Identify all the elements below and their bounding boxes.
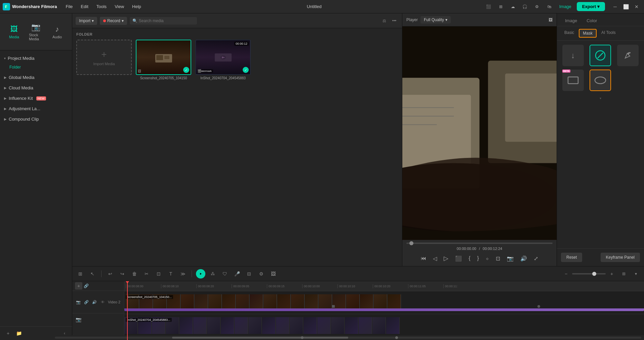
reset-button[interactable]: Reset xyxy=(561,253,582,262)
filter-icon[interactable]: ⚖ xyxy=(380,16,389,25)
track-v1-camera-icon[interactable]: 📷 xyxy=(75,316,82,323)
menu-view[interactable]: View xyxy=(111,3,127,10)
grid-view-button[interactable]: ⊞ xyxy=(619,269,629,279)
import-button[interactable]: Import ▾ xyxy=(76,17,97,25)
record-button[interactable]: Record ▾ xyxy=(100,17,127,25)
pen-mask-button[interactable] xyxy=(617,45,639,66)
screenshot-thumb[interactable]: ✓ 🖼 xyxy=(136,40,191,75)
step-back-button[interactable]: ◁ xyxy=(432,254,438,263)
track-link-icon[interactable]: 🔗 xyxy=(83,299,90,305)
sticker-tl-button[interactable]: 🖼 xyxy=(269,269,278,279)
snapshot-button[interactable]: 📷 xyxy=(506,254,515,263)
subtab-mask[interactable]: Mask xyxy=(579,29,597,38)
timeline-main[interactable]: 00:00:08:00 00:00:08:10 00:00:08:20 00:0… xyxy=(124,281,644,340)
download-mask-button[interactable]: ↓ xyxy=(562,45,584,66)
track-audio-icon[interactable]: 🔊 xyxy=(91,299,98,305)
grid-options-button[interactable]: ▾ xyxy=(631,269,641,279)
zoom-in-button[interactable]: + xyxy=(607,269,616,279)
redo-button[interactable]: ↪ xyxy=(118,269,127,279)
scrollbar-track[interactable] xyxy=(72,337,641,339)
play-button[interactable]: ▷ xyxy=(442,253,450,263)
video1-clip[interactable]: InShot_20240704_204545883... xyxy=(124,317,644,334)
out-point-button[interactable]: } xyxy=(476,254,480,263)
tab-audio[interactable]: ♪ Audio xyxy=(47,22,67,42)
export-button[interactable]: Export ▾ xyxy=(577,2,605,11)
grid-icon[interactable]: ⚙ xyxy=(532,2,542,11)
stop-button[interactable]: ⬛ xyxy=(454,254,463,263)
fullscreen-button[interactable]: ⊡ xyxy=(494,254,501,263)
ai-edit-button[interactable]: ⚙ xyxy=(256,269,266,279)
search-input[interactable] xyxy=(139,18,194,23)
sidebar-item-adjustment-layer[interactable]: ▶ Adjustment La... xyxy=(0,103,72,114)
subtab-basic[interactable]: Basic xyxy=(561,29,577,38)
list-item[interactable]: 00:00:12 Watermark ✓ 🎬 InShot_20240704_2… xyxy=(195,40,251,80)
sidebar-item-compound-clip[interactable]: ▶ Compound Clip xyxy=(0,114,72,124)
sidebar-item-project-media[interactable]: ▾ Project Media xyxy=(0,53,72,63)
minimize-button[interactable]: ─ xyxy=(610,2,620,11)
speed-button[interactable]: ≫ xyxy=(178,269,188,279)
particles-button[interactable]: ⁂ xyxy=(208,269,217,279)
maximize-button[interactable]: ⬜ xyxy=(621,2,631,11)
captions-button[interactable]: ⊟ xyxy=(244,269,254,279)
more-options-icon[interactable]: ••• xyxy=(390,16,399,25)
track-video1-content[interactable]: InShot_20240704_204545883... xyxy=(124,314,644,337)
layout-icon[interactable]: ⊞ xyxy=(496,2,506,11)
timeline-scrollbar[interactable] xyxy=(72,335,644,340)
progress-thumb[interactable] xyxy=(409,241,413,245)
subtab-ai-tools[interactable]: AI Tools xyxy=(598,29,619,38)
track-visibility-icon[interactable]: 👁 xyxy=(99,299,106,305)
folder-button[interactable]: 📁 xyxy=(15,329,23,337)
tab-titles[interactable]: T Titles xyxy=(69,23,72,41)
list-item[interactable]: + Import Media xyxy=(76,40,132,80)
tab-media[interactable]: 🖼 Media xyxy=(4,22,24,42)
preview-image-icon[interactable]: 🖼 xyxy=(549,17,553,22)
track-camera-icon[interactable]: 📷 xyxy=(75,299,82,305)
markers-button[interactable]: ⬦ xyxy=(484,254,490,263)
cut-button[interactable]: ✂ xyxy=(142,269,151,279)
delete-button[interactable]: 🗑 xyxy=(130,269,139,279)
text-button[interactable]: T xyxy=(166,269,175,279)
mic-button[interactable]: 🎤 xyxy=(232,269,242,279)
sidebar-item-cloud-media[interactable]: ▶ Cloud Media xyxy=(0,83,72,93)
tab-color[interactable]: Color xyxy=(582,16,601,26)
close-button[interactable]: ✕ xyxy=(632,2,641,11)
add-folder-button[interactable]: + xyxy=(4,329,12,337)
add-track-button[interactable]: ⊞ xyxy=(76,269,85,279)
sidebar-item-influence-kit[interactable]: ▶ Influence Kit NEW xyxy=(0,93,72,103)
import-media-thumb[interactable]: + Import Media xyxy=(76,40,132,75)
ellipse-mask-button[interactable] xyxy=(590,70,611,91)
login-button[interactable]: Image xyxy=(557,3,574,10)
track-video2-content[interactable]: Screenshot_20240705_104150... xyxy=(124,291,644,314)
shield-button[interactable]: 🛡 xyxy=(220,269,230,279)
sidebar-item-global-media[interactable]: ▶ Global Media xyxy=(0,72,72,83)
menu-edit[interactable]: Edit xyxy=(77,3,91,10)
scrollbar-thumb[interactable] xyxy=(172,337,348,339)
video2-clip[interactable]: Screenshot_20240705_104150... xyxy=(124,294,644,311)
rectangle-mask-button[interactable]: BETA xyxy=(562,70,584,91)
zoom-out-button[interactable]: − xyxy=(561,269,571,279)
keyframe-panel-button[interactable]: Keyframe Panel xyxy=(601,253,640,262)
select-tool-button[interactable]: ↖ xyxy=(88,269,97,279)
skip-back-button[interactable]: ⏮ xyxy=(419,254,428,263)
in-point-button[interactable]: { xyxy=(467,254,472,263)
add-track-small-button[interactable]: + xyxy=(75,282,82,290)
volume-button[interactable]: 🔊 xyxy=(519,254,528,263)
inshot-thumb[interactable]: 00:00:12 Watermark ✓ 🎬 xyxy=(195,40,251,75)
monitor-icon[interactable]: ⬛ xyxy=(484,2,493,11)
link-tracks-button[interactable]: 🔗 xyxy=(82,282,90,290)
quality-dropdown[interactable]: Full Quality ▾ xyxy=(420,16,451,24)
circle-slash-mask-button[interactable] xyxy=(590,45,611,66)
tab-stock-media[interactable]: 📷 Stock Media xyxy=(26,20,46,44)
settings2-button[interactable]: ⤢ xyxy=(532,254,539,263)
search-box[interactable]: 🔍 xyxy=(130,17,197,25)
zoom-slider[interactable] xyxy=(572,273,606,274)
list-item[interactable]: ✓ 🖼 Screenshot_20240705_104150 xyxy=(136,40,191,80)
zoom-thumb[interactable] xyxy=(592,272,596,276)
shop-icon[interactable]: 🛍 xyxy=(545,2,554,11)
menu-file[interactable]: File xyxy=(62,3,76,10)
undo-button[interactable]: ↩ xyxy=(106,269,115,279)
progress-bar[interactable] xyxy=(406,243,553,244)
crop-button[interactable]: ⊡ xyxy=(154,269,163,279)
green-action-button[interactable] xyxy=(196,269,205,279)
tab-image[interactable]: Image xyxy=(561,16,581,26)
